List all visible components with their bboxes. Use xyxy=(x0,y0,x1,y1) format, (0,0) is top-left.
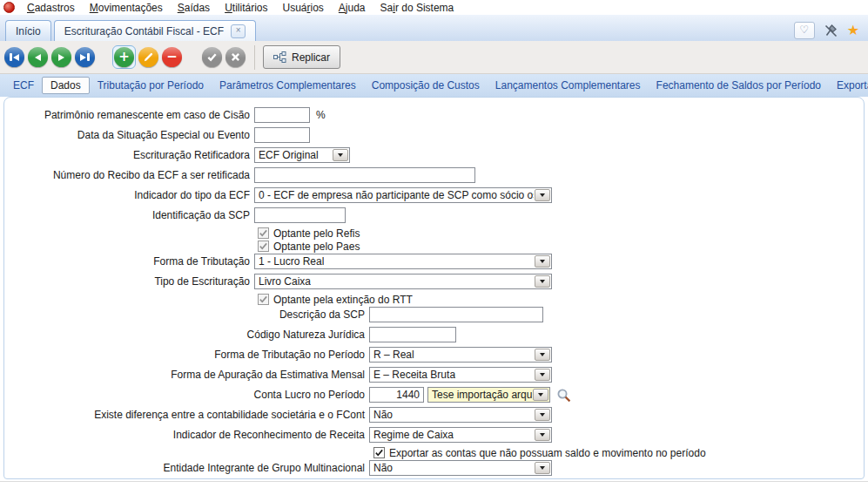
forma-tributacao-label: Forma de Tributação xyxy=(4,255,254,268)
patrimonio-remanescente-cisao-label: Patrimônio remanescente em caso de Cisão xyxy=(4,109,254,121)
form-row: Optante pelo Refis xyxy=(4,227,864,239)
form-row: Indicador do tipo da ECF0 - ECF de empre… xyxy=(4,187,864,203)
unpin-icon[interactable] xyxy=(824,24,838,37)
tab-dados[interactable]: Dados xyxy=(42,77,90,94)
toolbar: +− Replicar xyxy=(0,41,868,74)
favorite-star-icon[interactable]: ★ xyxy=(847,24,859,37)
last-record-button[interactable] xyxy=(75,47,95,67)
confirm-button[interactable] xyxy=(202,47,222,67)
first-record-button[interactable] xyxy=(4,47,24,67)
tab-composicao-de-custos[interactable]: Composição de Custos xyxy=(364,77,488,94)
tab-lancamentos-complementares[interactable]: Lançamentos Complementares xyxy=(488,77,649,94)
codigo-natureza-juridica-label: Código Natureza Jurídica xyxy=(4,329,369,341)
tipo-escrituracao-combo[interactable]: Livro Caixa xyxy=(254,274,552,289)
delete-record-button[interactable]: − xyxy=(162,47,182,67)
replicate-icon xyxy=(273,51,286,63)
tab-fechamento-de-saldos-por-periodo[interactable]: Fechamento de Saldos por Período xyxy=(649,77,829,94)
bottom-divider xyxy=(0,481,868,482)
forma-tributacao-periodo-label: Forma de Tributação no Período xyxy=(4,349,369,361)
exportar-contas-sem-saldo-checkbox[interactable] xyxy=(373,447,385,458)
menu-item-usuarios[interactable]: Usuários xyxy=(275,2,331,14)
window-tab-inicio[interactable]: Início xyxy=(5,20,51,41)
tipo-escrituracao-label: Tipo de Escrituração xyxy=(4,275,254,288)
form-row: Existe diferença entre a contabilidade s… xyxy=(4,407,864,423)
edit-record-button[interactable] xyxy=(138,47,158,67)
dropdown-arrow-icon[interactable] xyxy=(535,275,550,288)
dropdown-arrow-icon[interactable] xyxy=(535,349,550,361)
menu-item-sair-do-sistema[interactable]: Sair do Sistema xyxy=(373,2,462,14)
form-row: Optante pelo Paes xyxy=(4,241,864,252)
menu-item-cadastros[interactable]: Cadastros xyxy=(20,2,83,14)
menu-bar: CadastrosMovimentaçõesSaídasUtilitáriosU… xyxy=(0,0,868,15)
optante-refis-label: Optante pelo Refis xyxy=(273,227,360,240)
tab-ecf[interactable]: ECF xyxy=(5,77,42,94)
form-row: Número do Recibo da ECF a ser retificada xyxy=(4,167,864,183)
descricao-scp-input[interactable] xyxy=(369,307,543,322)
main-menu: CadastrosMovimentaçõesSaídasUtilitáriosU… xyxy=(20,2,461,14)
form-row: Entidade Integrante de Grupo Multinacion… xyxy=(4,460,864,476)
form-row: Escrituração RetificadoraECF Original xyxy=(4,147,864,163)
dropdown-arrow-icon[interactable] xyxy=(535,462,550,474)
window-tab-ecf[interactable]: Escrituração Contábil Fiscal - ECF × xyxy=(54,20,256,41)
forma-tributacao-combo[interactable]: 1 - Lucro Real xyxy=(254,254,552,269)
forma-tributacao-periodo-combo[interactable]: R – Real xyxy=(369,347,552,363)
favorites-heart-button[interactable]: ♡ xyxy=(794,22,815,39)
entidade-grupo-multinacional-label: Entidade Integrante de Grupo Multinacion… xyxy=(4,462,369,474)
forma-apuracao-estimativa-mensal-combo[interactable]: E – Receita Bruta xyxy=(369,367,552,383)
dropdown-arrow-icon[interactable] xyxy=(535,429,550,441)
form-row: Forma de Apuração da Estimativa MensalE … xyxy=(4,367,864,383)
dropdown-arrow-icon[interactable] xyxy=(533,389,548,401)
window-tab-strip: Início Escrituração Contábil Fiscal - EC… xyxy=(0,15,868,41)
form-row: Exportar as contas que não possuam saldo… xyxy=(4,447,864,458)
next-record-button[interactable] xyxy=(51,47,71,67)
dropdown-arrow-icon[interactable] xyxy=(535,255,550,268)
window-tab-label: Início xyxy=(16,25,41,37)
identificacao-scp-label: Identificação da SCP xyxy=(4,209,254,221)
menu-item-ajuda[interactable]: Ajuda xyxy=(332,2,373,14)
entidade-grupo-multinacional-combo[interactable]: Não xyxy=(369,460,552,476)
search-magnifier-icon[interactable] xyxy=(556,388,571,403)
dropdown-arrow-icon[interactable] xyxy=(535,189,550,201)
form-row: Descrição da SCP xyxy=(4,307,864,322)
indicador-reconhecimento-receita-combo[interactable]: Regime de Caixa xyxy=(369,427,552,443)
indicador-tipo-ecf-label: Indicador do tipo da ECF xyxy=(4,189,254,201)
close-tab-icon[interactable]: × xyxy=(231,24,246,38)
dropdown-arrow-icon[interactable] xyxy=(333,149,348,161)
menu-item-utilitarios[interactable]: Utilitários xyxy=(218,2,275,14)
indicador-tipo-ecf-combo[interactable]: 0 - ECF de empresa não participante de S… xyxy=(254,187,552,203)
existe-diferenca-fcont-combo[interactable]: Não xyxy=(369,407,552,423)
data-situacao-especial-label: Data da Situação Especial ou Evento xyxy=(4,129,254,141)
identificacao-scp-input[interactable] xyxy=(254,207,346,223)
indicador-reconhecimento-receita-label: Indicador de Reconhecimento de Receita xyxy=(4,429,369,441)
tab-exportacao[interactable]: Exportação xyxy=(829,77,868,94)
record-buttons: +− xyxy=(4,45,249,69)
codigo-natureza-juridica-input[interactable] xyxy=(369,327,456,342)
menu-item-movimentacoes[interactable]: Movimentações xyxy=(83,2,171,14)
dropdown-arrow-icon[interactable] xyxy=(535,409,550,421)
optante-refis-checkbox xyxy=(258,227,269,239)
replicar-label: Replicar xyxy=(292,51,330,64)
escrituracao-retificadora-combo[interactable]: ECF Original xyxy=(254,147,350,163)
cancel-button[interactable] xyxy=(225,47,246,67)
add-record-button[interactable]: + xyxy=(114,47,134,67)
numero-recibo-ecf-input[interactable] xyxy=(254,167,475,183)
descricao-scp-label: Descrição da SCP xyxy=(4,308,369,321)
menu-item-saidas[interactable]: Saídas xyxy=(171,2,218,14)
tab-tributacao-por-periodo[interactable]: Tributação por Período xyxy=(90,77,212,94)
conta-lucro-periodo-combo[interactable]: Tese importação arquivo xyxy=(427,387,550,403)
form-row: Tipo de EscrituraçãoLivro Caixa xyxy=(4,274,864,289)
replicar-button[interactable]: Replicar xyxy=(263,45,340,69)
toolbar-separator xyxy=(254,45,255,70)
form-row: Optante pela extinção do RTT xyxy=(4,294,864,305)
dropdown-arrow-icon[interactable] xyxy=(535,369,550,381)
form-row: Identificação da SCP xyxy=(4,207,864,223)
conta-lucro-periodo-code-input[interactable]: 1440 xyxy=(369,387,424,403)
previous-record-button[interactable] xyxy=(28,47,48,67)
form-row: Data da Situação Especial ou Evento xyxy=(4,127,864,143)
app-logo-icon xyxy=(3,2,15,13)
tab-parametros-complementares[interactable]: Parâmetros Complementares xyxy=(212,77,364,94)
data-situacao-especial-input[interactable] xyxy=(254,127,310,143)
optante-paes-checkbox xyxy=(258,241,269,252)
optante-extincao-rtt-checkbox xyxy=(258,294,269,305)
patrimonio-remanescente-cisao-input[interactable] xyxy=(254,107,310,123)
